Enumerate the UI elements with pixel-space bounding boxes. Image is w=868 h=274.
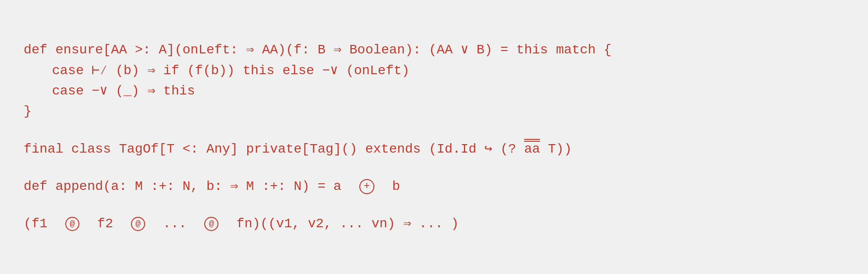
arrow-symbol-4: ⇒ [148, 84, 156, 98]
neg-wedge-symbol-1: −∨ [322, 63, 338, 78]
code-line-5: final class TagOf[T <: Any] private[Tag]… [24, 139, 844, 159]
left-v-symbol: ⊢⁄ [92, 63, 108, 78]
oplus-symbol: + [359, 179, 374, 194]
arrow-symbol-2: ⇒ [333, 43, 341, 57]
code-line-4: } [24, 101, 844, 121]
arrow-symbol-1: ⇒ [246, 43, 254, 57]
spacer-3 [24, 197, 844, 214]
arrow-symbol-5: ⇒ [230, 179, 238, 194]
arrow-symbol-3: ⇒ [148, 63, 156, 78]
code-line-3: case −∨ (_) ⇒ this [24, 81, 844, 101]
code-line-6: def append(a: M :+: N, b: ⇒ M :+: N) = a… [24, 176, 844, 197]
arrow-symbol-6: ⇒ [403, 216, 411, 231]
neg-wedge-symbol-2: −∨ [92, 84, 108, 98]
code-line-2: case ⊢⁄ (b) ⇒ if (f(b)) this else −∨ (on… [24, 60, 844, 81]
code-line-1: def ensure[AA >: A](onLeft: ⇒ AA)(f: B ⇒… [24, 40, 844, 60]
code-viewer: def ensure[AA >: A](onLeft: ⇒ AA)(f: B ⇒… [0, 0, 868, 274]
spacer-1 [24, 122, 844, 139]
spacer-2 [24, 159, 844, 176]
aa-symbol: aa [524, 142, 540, 156]
hookrightarrow-symbol: ↪ [485, 142, 493, 156]
at-symbol-3: @ [204, 217, 218, 231]
code-line-7: (f1 @ f2 @ ... @ fn)((v1, v2, ... vn) ⇒ … [24, 214, 844, 234]
wedge-symbol-1: ∨ [460, 43, 469, 57]
at-symbol-2: @ [131, 217, 145, 231]
at-symbol-1: @ [65, 217, 79, 231]
